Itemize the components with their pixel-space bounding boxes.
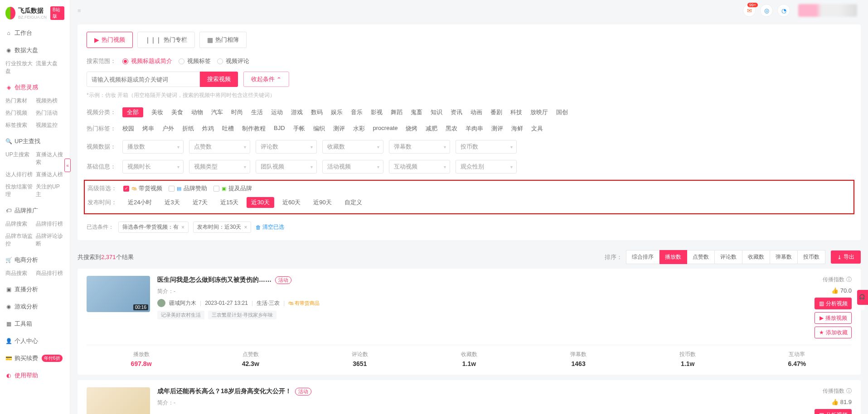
data-select[interactable]: 评论数 — [256, 140, 317, 154]
tag-item[interactable]: 海鲜 — [511, 124, 523, 134]
sidebar-link[interactable]: 标签搜索 — [5, 120, 34, 131]
category-item[interactable]: 鬼畜 — [411, 107, 422, 117]
time-option[interactable]: 自定义 — [340, 197, 367, 208]
tag-item[interactable]: 测评 — [333, 124, 345, 134]
category-item[interactable]: 美食 — [171, 107, 183, 117]
sidebar-link[interactable]: UP主搜索 — [5, 149, 34, 168]
sidebar-link[interactable]: 商品搜索 — [5, 268, 34, 279]
action-button[interactable]: ★添加收藏 — [815, 327, 852, 338]
search-button[interactable]: 搜索视频 — [200, 72, 238, 87]
sidebar-live[interactable]: ▣直播分析 — [5, 282, 64, 297]
sidebar-link[interactable]: 热门素材 — [5, 95, 34, 106]
video-thumbnail[interactable]: 逆天改命！成年再长10公分！ — [87, 387, 150, 414]
sidebar-data-head[interactable]: ◉数据大盘 — [5, 43, 64, 58]
sidebar-profile[interactable]: 👤个人中心 — [5, 333, 64, 349]
sidebar-ecom-head[interactable]: 🛒电商分析 — [5, 252, 64, 268]
sidebar-link[interactable]: 商品排行榜 — [36, 268, 64, 279]
tag-item[interactable]: 炸鸡 — [202, 124, 214, 134]
author-avatar[interactable] — [157, 299, 165, 307]
collapse-conditions-button[interactable]: 收起条件⌃ — [243, 72, 289, 87]
sidebar-link[interactable]: 行业投放大盘 — [5, 58, 34, 77]
sidebar-help[interactable]: ◐使用帮助 — [5, 368, 64, 383]
remove-tag-icon[interactable]: × — [181, 224, 184, 231]
category-item[interactable]: 汽车 — [211, 107, 223, 117]
sort-button[interactable]: 投币数 — [798, 250, 825, 264]
sort-button[interactable]: 弹幕数 — [770, 250, 798, 264]
tag-item[interactable]: 校园 — [122, 124, 134, 134]
category-item[interactable]: 科技 — [510, 107, 522, 117]
data-select[interactable]: 点赞数 — [189, 140, 250, 154]
sidebar-collapse-button[interactable]: « — [64, 159, 71, 172]
category-item[interactable]: 全部 — [122, 107, 143, 117]
sort-button[interactable]: 评论数 — [715, 250, 742, 264]
tag-item[interactable]: 黑农 — [446, 124, 457, 134]
sidebar-link[interactable]: 视频监控 — [36, 120, 64, 131]
time-option[interactable]: 近30天 — [247, 197, 274, 208]
tag-item[interactable]: 水彩 — [353, 124, 365, 134]
category-item[interactable]: 放映厅 — [530, 107, 548, 117]
category-item[interactable]: 娱乐 — [331, 107, 343, 117]
data-select[interactable]: 投币数 — [456, 140, 517, 154]
time-option[interactable]: 近15天 — [216, 197, 243, 208]
info-select[interactable]: 活动视频 — [322, 160, 383, 173]
time-option[interactable]: 近7天 — [188, 197, 212, 208]
tag-item[interactable]: 测评 — [491, 124, 503, 134]
export-button[interactable]: ⤓导出 — [831, 250, 861, 264]
scope-comment[interactable]: 视频评论 — [217, 57, 249, 65]
remove-tag-icon[interactable]: × — [244, 224, 247, 231]
sort-button[interactable]: 综合排序 — [626, 250, 659, 264]
sort-button[interactable]: 播放数 — [659, 250, 687, 264]
sidebar-brand-head[interactable]: 🏷品牌推广 — [5, 203, 64, 218]
category-item[interactable]: 动画 — [470, 107, 482, 117]
mail-notif[interactable]: ✉99+ — [743, 4, 756, 17]
sidebar-workstation[interactable]: ⌂工作台 — [5, 25, 64, 41]
clear-selected-link[interactable]: 🗑清空已选 — [256, 223, 284, 231]
tag-item[interactable]: 编织 — [313, 124, 325, 134]
time-option[interactable]: 近24小时 — [123, 197, 156, 208]
user-area[interactable] — [795, 4, 861, 17]
category-item[interactable]: 番剧 — [490, 107, 502, 117]
scope-title[interactable]: 视频标题或简介 — [122, 57, 172, 65]
float-help-button[interactable]: 🎧客服 — [857, 290, 868, 305]
info-select[interactable]: 视频类型 — [189, 160, 250, 173]
tag-item[interactable]: BJD — [274, 124, 285, 134]
video-thumbnail[interactable]: 00:16 — [87, 276, 150, 312]
category-item[interactable]: 资讯 — [451, 107, 462, 117]
headphone-notif[interactable]: ◔ — [777, 4, 790, 17]
tab-hot-column[interactable]: ❘❘❘热门专栏 — [137, 32, 195, 48]
sidebar-link[interactable]: 品牌排行榜 — [36, 218, 64, 230]
sidebar-creative-head[interactable]: ◈创意灵感 — [5, 80, 64, 95]
category-item[interactable]: 生活 — [251, 107, 263, 117]
info-icon[interactable]: ⓘ — [846, 387, 852, 395]
sidebar-link[interactable]: 品牌评论诊断 — [36, 231, 64, 250]
category-item[interactable]: 舞蹈 — [391, 107, 402, 117]
check-brand-sponsor[interactable]: ▤品牌赞助 — [169, 184, 207, 193]
sidebar-link[interactable]: 达人排行榜 — [5, 169, 34, 180]
tag-item[interactable]: 羊肉串 — [466, 124, 483, 134]
tab-hot-album[interactable]: ▦热门相簿 — [199, 32, 247, 48]
tag-item[interactable]: 手帐 — [293, 124, 305, 134]
category-item[interactable]: 数码 — [311, 107, 323, 117]
sidebar-link[interactable]: 热门视频 — [5, 107, 34, 119]
sidebar-link[interactable]: 关注的UP主 — [36, 181, 64, 200]
sidebar-link[interactable]: 品牌搜索 — [5, 218, 34, 230]
video-title[interactable]: 医生问我是怎么做到冻伤又被烫伤的…… — [157, 276, 272, 284]
category-item[interactable]: 游戏 — [291, 107, 303, 117]
action-button[interactable]: ▥分析视频 — [815, 298, 852, 309]
category-item[interactable]: 影视 — [371, 107, 383, 117]
category-item[interactable]: 国创 — [556, 107, 568, 117]
sidebar-link[interactable]: 品牌市场监控 — [5, 231, 34, 250]
author-name[interactable]: 疆域阿力木 — [169, 299, 196, 307]
action-button[interactable]: ▶播放视频 — [815, 312, 852, 324]
sidebar-link[interactable]: 热门活动 — [36, 107, 64, 119]
sidebar-link[interactable]: 视频热榜 — [36, 95, 64, 106]
category-item[interactable]: 运动 — [271, 107, 283, 117]
data-select[interactable]: 弹幕数 — [389, 140, 450, 154]
tag-item[interactable]: 户外 — [162, 124, 174, 134]
data-select[interactable]: 收藏数 — [322, 140, 383, 154]
video-tag[interactable]: 三农繁星计划·寻找家乡年味 — [208, 311, 276, 319]
tag-item[interactable]: 烤串 — [142, 124, 154, 134]
video-title[interactable]: 成年后还能再长高么？18岁后身高变化大公开！ — [157, 387, 291, 395]
data-select[interactable]: 播放数 — [122, 140, 184, 154]
sort-button[interactable]: 点赞数 — [687, 250, 715, 264]
